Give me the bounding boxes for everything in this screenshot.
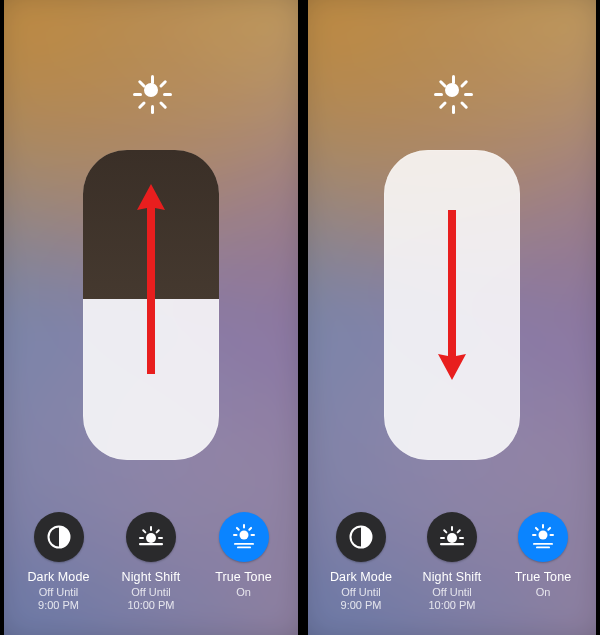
night-shift-sub2: 10:00 PM	[428, 599, 475, 613]
dark-mode-button[interactable]: Dark Mode Off Until 9:00 PM	[317, 512, 405, 613]
svg-point-9	[239, 530, 248, 539]
true-tone-button[interactable]: True Tone On	[499, 512, 587, 599]
svg-rect-13	[235, 526, 240, 531]
night-shift-sub1: Off Until	[432, 586, 472, 600]
true-tone-sub1: On	[236, 586, 251, 600]
display-controls-row: Dark Mode Off Until 9:00 PM	[308, 512, 596, 613]
dark-mode-icon	[34, 512, 84, 562]
dark-mode-sub2: 9:00 PM	[341, 599, 382, 613]
brightness-slider-light	[384, 150, 520, 460]
true-tone-title: True Tone	[215, 570, 272, 586]
svg-rect-12	[250, 534, 255, 536]
svg-rect-4	[155, 529, 160, 534]
svg-rect-25	[440, 543, 464, 545]
brightness-slider-dark	[83, 150, 219, 299]
brightness-slider[interactable]	[83, 150, 219, 460]
brightness-sun-icon	[131, 70, 171, 110]
svg-rect-24	[440, 537, 445, 539]
night-shift-button[interactable]: Night Shift Off Until 10:00 PM	[107, 512, 195, 613]
dark-mode-sub1: Off Until	[341, 586, 381, 600]
svg-rect-20	[451, 526, 453, 531]
svg-rect-16	[237, 546, 251, 548]
night-shift-title: Night Shift	[423, 570, 482, 586]
true-tone-icon	[219, 512, 269, 562]
svg-rect-14	[233, 534, 238, 536]
night-shift-icon	[126, 512, 176, 562]
brightness-panel-left: Dark Mode Off Until 9:00 PM	[4, 0, 298, 635]
svg-rect-22	[459, 537, 464, 539]
display-controls-row: Dark Mode Off Until 9:00 PM	[4, 512, 298, 613]
svg-point-26	[539, 530, 548, 539]
svg-rect-23	[443, 529, 448, 534]
svg-rect-21	[456, 529, 461, 534]
brightness-icon-wrap	[4, 70, 298, 110]
svg-rect-3	[150, 526, 152, 531]
true-tone-button[interactable]: True Tone On	[200, 512, 288, 599]
svg-rect-28	[547, 526, 552, 531]
svg-rect-29	[550, 534, 555, 536]
dark-mode-title: Dark Mode	[330, 570, 392, 586]
svg-rect-33	[536, 546, 550, 548]
svg-rect-10	[243, 524, 245, 529]
dark-mode-title: Dark Mode	[27, 570, 89, 586]
svg-rect-30	[535, 526, 540, 531]
svg-rect-6	[142, 529, 147, 534]
svg-rect-32	[533, 543, 553, 545]
brightness-sun-icon	[432, 70, 472, 110]
night-shift-title: Night Shift	[122, 570, 181, 586]
dark-mode-sub1: Off Until	[39, 586, 79, 600]
dark-mode-sub2: 9:00 PM	[38, 599, 79, 613]
svg-rect-27	[542, 524, 544, 529]
svg-rect-15	[234, 543, 254, 545]
night-shift-sub2: 10:00 PM	[127, 599, 174, 613]
brightness-panel-right: Dark Mode Off Until 9:00 PM	[308, 0, 596, 635]
true-tone-icon	[518, 512, 568, 562]
true-tone-sub1: On	[536, 586, 551, 600]
svg-rect-31	[532, 534, 537, 536]
svg-rect-7	[139, 537, 144, 539]
brightness-icon-wrap	[308, 70, 596, 110]
night-shift-icon	[427, 512, 477, 562]
brightness-slider-light	[83, 299, 219, 460]
dark-mode-icon	[336, 512, 386, 562]
svg-rect-8	[139, 543, 163, 545]
svg-rect-5	[158, 537, 163, 539]
brightness-slider[interactable]	[384, 150, 520, 460]
night-shift-sub1: Off Until	[131, 586, 171, 600]
svg-point-2	[146, 533, 156, 543]
svg-rect-11	[247, 526, 252, 531]
dark-mode-button[interactable]: Dark Mode Off Until 9:00 PM	[15, 512, 103, 613]
night-shift-button[interactable]: Night Shift Off Until 10:00 PM	[408, 512, 496, 613]
svg-point-19	[447, 533, 457, 543]
true-tone-title: True Tone	[515, 570, 572, 586]
